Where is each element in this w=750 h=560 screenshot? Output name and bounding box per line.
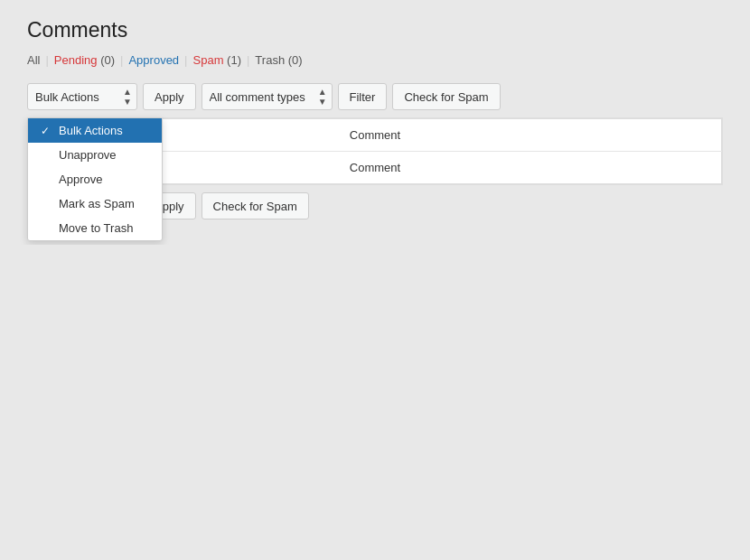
dropdown-item-bulk-actions[interactable]: ✓ Bulk Actions bbox=[28, 118, 162, 143]
filter-trash[interactable]: Trash (0) bbox=[255, 53, 302, 67]
top-apply-button[interactable]: Apply bbox=[143, 83, 196, 110]
dropdown-item-unapprove[interactable]: Unapprove bbox=[28, 143, 162, 167]
bulk-actions-wrapper: Bulk Actions Unapprove Approve Mark as S… bbox=[27, 83, 137, 110]
filter-button[interactable]: Filter bbox=[338, 83, 388, 110]
filter-links: All | Pending (0) | Approved | Spam (1) … bbox=[27, 53, 723, 67]
checkmark-icon: ✓ bbox=[41, 125, 53, 137]
bottom-check-spam-button[interactable]: Check for Spam bbox=[202, 192, 309, 219]
comment-types-select[interactable]: All comment types bbox=[202, 83, 333, 110]
bulk-actions-dropdown: ✓ Bulk Actions Unapprove Approve Mark as… bbox=[27, 117, 163, 241]
top-check-spam-button[interactable]: Check for Spam bbox=[392, 83, 500, 110]
dropdown-item-approve[interactable]: Approve bbox=[28, 167, 162, 191]
filter-spam[interactable]: Spam (1) bbox=[193, 53, 241, 67]
filter-all[interactable]: All bbox=[27, 53, 40, 67]
dropdown-item-mark-spam[interactable]: Mark as Spam bbox=[28, 191, 162, 216]
filter-pending[interactable]: Pending (0) bbox=[54, 53, 115, 67]
page-title: Comments bbox=[27, 18, 723, 42]
comment-types-wrapper: All comment types ▲ ▼ bbox=[202, 83, 333, 110]
bulk-actions-select[interactable]: Bulk Actions Unapprove Approve Mark as S… bbox=[27, 83, 137, 110]
top-toolbar: Bulk Actions Unapprove Approve Mark as S… bbox=[27, 76, 723, 117]
dropdown-item-move-trash[interactable]: Move to Trash bbox=[28, 216, 162, 240]
filter-approved[interactable]: Approved bbox=[128, 53, 179, 67]
